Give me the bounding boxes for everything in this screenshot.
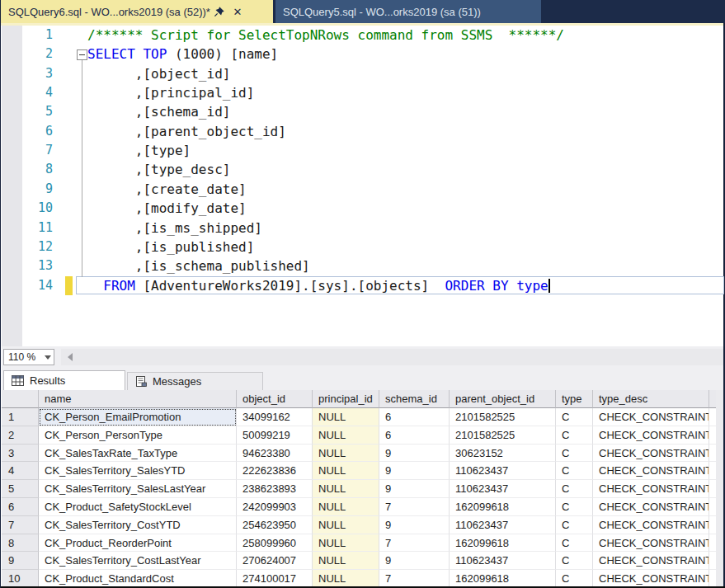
grid-cell[interactable]: CK_Product_ReorderPoint <box>39 534 237 553</box>
column-header-schema_id[interactable]: schema_id <box>379 390 450 408</box>
grid-cell[interactable]: CHECK_CONSTRAINT <box>593 516 709 534</box>
grid-cell[interactable]: 238623893 <box>237 480 313 498</box>
grid-cell[interactable]: C <box>556 462 593 480</box>
code-line[interactable]: ,[is_ms_shipped] <box>87 219 262 238</box>
grid-cell[interactable]: 9 <box>379 516 450 534</box>
grid-cell[interactable]: CK_Person_PersonType <box>39 426 237 445</box>
grid-cell[interactable]: NULL <box>313 408 379 426</box>
row-number[interactable]: 6 <box>2 498 39 516</box>
code-line[interactable]: ,[object_id] <box>87 64 230 83</box>
grid-cell[interactable]: CHECK_CONSTRAINT <box>593 445 709 463</box>
grid-cell[interactable]: 6 <box>379 426 450 445</box>
row-number[interactable]: 2 <box>2 426 39 445</box>
chevron-down-icon[interactable] <box>41 355 54 360</box>
grid-cell[interactable]: 94623380 <box>237 445 313 463</box>
grid-cell[interactable]: CHECK_CONSTRAINT <box>593 462 709 480</box>
row-number[interactable]: 1 <box>2 408 39 426</box>
code-line[interactable]: /****** Script for SelectTopNRows comman… <box>87 26 564 45</box>
code-line[interactable]: ,[create_date] <box>87 180 247 199</box>
grid-cell[interactable]: 110623437 <box>450 462 556 480</box>
grid-cell[interactable]: 9 <box>379 480 450 498</box>
breakpoint-margin[interactable] <box>2 26 22 346</box>
grid-cell[interactable]: 254623950 <box>237 516 313 534</box>
grid-cell[interactable]: C <box>556 408 593 426</box>
grid-cell[interactable]: 9 <box>379 462 450 480</box>
code-line[interactable]: ,[type_desc] <box>87 160 230 179</box>
code-line[interactable]: ,[schema_id] <box>87 102 230 121</box>
code-line[interactable]: ,[type] <box>87 141 191 160</box>
grid-cell[interactable]: 110623437 <box>450 552 556 570</box>
grid-cell[interactable]: CHECK_CONSTRAINT <box>593 552 709 570</box>
grid-cell[interactable]: 162099618 <box>450 498 556 516</box>
grid-cell[interactable]: 30623152 <box>450 445 556 463</box>
row-number[interactable]: 5 <box>2 480 39 498</box>
grid-cell[interactable]: NULL <box>313 480 379 498</box>
grid-cell[interactable]: 110623437 <box>450 480 556 498</box>
code-line[interactable]: ,[modify_date] <box>87 199 247 218</box>
grid-cell[interactable]: NULL <box>313 426 379 445</box>
code-line[interactable]: ,[is_published] <box>87 238 254 256</box>
code-line[interactable]: FROM [AdventureWorks2019].[sys].[objects… <box>87 276 550 295</box>
grid-cell[interactable]: 162099618 <box>450 534 556 553</box>
grid-cell[interactable]: NULL <box>313 516 379 534</box>
grid-cell[interactable]: NULL <box>313 570 379 586</box>
grid-cell[interactable]: 9 <box>379 552 450 570</box>
row-number[interactable]: 4 <box>2 462 39 480</box>
row-number[interactable]: 10 <box>2 570 39 586</box>
grid-cell[interactable]: 242099903 <box>237 498 313 516</box>
zoom-level-dropdown[interactable]: 110 % <box>3 349 54 365</box>
grid-cell[interactable]: CK_Product_SafetyStockLevel <box>39 498 237 516</box>
grid-cell[interactable]: C <box>556 534 593 553</box>
grid-cell[interactable]: CHECK_CONSTRAINT <box>593 570 709 586</box>
grid-cell[interactable]: 9 <box>379 445 450 463</box>
code-line[interactable]: ,[principal_id] <box>87 83 254 102</box>
grid-cell[interactable]: NULL <box>313 552 379 570</box>
grid-cell[interactable]: 222623836 <box>237 462 313 480</box>
row-number[interactable]: 8 <box>2 534 39 553</box>
tab-sqlquery5[interactable]: SQLQuery5.sql - WO...orks2019 (sa (51)) <box>275 0 541 23</box>
column-header-object_id[interactable]: object_id <box>237 390 313 408</box>
grid-cell[interactable]: NULL <box>313 462 379 480</box>
grid-cell[interactable]: 50099219 <box>237 426 313 445</box>
grid-cell[interactable]: 2101582525 <box>450 408 556 426</box>
column-header-type[interactable]: type <box>556 390 593 408</box>
grid-cell[interactable]: 7 <box>379 570 450 586</box>
close-icon[interactable]: ✕ <box>228 2 247 21</box>
grid-cell[interactable]: 274100017 <box>237 570 313 586</box>
grid-cell[interactable]: 6 <box>379 408 450 426</box>
scroll-left-icon[interactable] <box>68 353 73 361</box>
grid-cell[interactable]: 34099162 <box>237 408 313 426</box>
row-number[interactable]: 9 <box>2 552 39 570</box>
grid-cell[interactable]: C <box>556 516 593 534</box>
grid-cell[interactable]: 258099960 <box>237 534 313 553</box>
grid-cell[interactable]: CK_Product_StandardCost <box>39 570 237 586</box>
grid-cell[interactable]: C <box>556 480 593 498</box>
grid-cell[interactable]: CK_SalesTerritory_CostYTD <box>39 516 237 534</box>
grid-cell[interactable]: C <box>556 552 593 570</box>
tab-results[interactable]: Results <box>3 370 125 390</box>
grid-corner-cell[interactable] <box>2 390 39 408</box>
grid-cell[interactable]: CHECK_CONSTRAINT <box>593 426 709 445</box>
grid-cell[interactable]: 7 <box>379 534 450 553</box>
pin-icon[interactable] <box>210 2 228 21</box>
column-header-parent_object_id[interactable]: parent_object_id <box>450 390 556 408</box>
code-line[interactable]: ,[is_schema_published] <box>87 256 310 275</box>
grid-cell[interactable]: CHECK_CONSTRAINT <box>593 534 709 553</box>
tab-messages[interactable]: Messages <box>127 372 263 390</box>
tab-sqlquery6[interactable]: SQLQuery6.sql - WO...orks2019 (sa (52))*… <box>1 0 273 23</box>
grid-cell[interactable]: NULL <box>313 498 379 516</box>
grid-cell[interactable]: CHECK_CONSTRAINT <box>593 408 709 426</box>
editor-horizontal-scrollbar[interactable] <box>61 349 724 365</box>
grid-cell[interactable]: NULL <box>313 445 379 463</box>
grid-vertical-scrollbar[interactable] <box>716 390 723 586</box>
grid-cell[interactable]: 110623437 <box>450 516 556 534</box>
grid-cell[interactable]: CHECK_CONSTRAINT <box>593 498 709 516</box>
code-line[interactable]: SELECT TOP (1000) [name] <box>87 45 278 64</box>
grid-cell[interactable]: 162099618 <box>450 570 556 586</box>
column-header-principal_id[interactable]: principal_id <box>313 390 379 408</box>
grid-cell[interactable]: NULL <box>313 534 379 553</box>
grid-cell[interactable]: CK_SalesTerritory_SalesLastYear <box>39 480 237 498</box>
grid-cell[interactable]: 270624007 <box>237 552 313 570</box>
fold-minus-icon[interactable] <box>77 49 87 60</box>
row-number[interactable]: 7 <box>2 516 39 534</box>
